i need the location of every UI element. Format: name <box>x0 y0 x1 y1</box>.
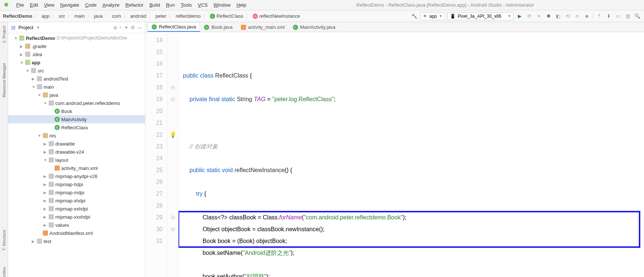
breadcrumb-item[interactable]: ReflectDemo <box>3 13 32 19</box>
editor-tab[interactable]: activity_main.xml <box>237 22 289 32</box>
menu-build[interactable]: Build <box>146 1 163 8</box>
menu-run[interactable]: Run <box>163 1 178 8</box>
editor-tab[interactable]: CReflectClass.java <box>148 22 200 32</box>
search-icon[interactable]: 🔍 <box>634 13 641 20</box>
line-number[interactable]: 30 <box>145 223 163 235</box>
tree-item[interactable]: ▶mipmap-anydpi-v26 <box>8 172 145 180</box>
line-number[interactable]: 21 <box>145 117 163 129</box>
tree-item[interactable]: ▼app <box>8 58 145 66</box>
tree-arrow-icon[interactable]: ▶ <box>32 239 35 243</box>
menu-view[interactable]: View <box>41 1 57 8</box>
tool-tab-structure[interactable]: 7: Structure <box>2 230 6 251</box>
attach-debugger-icon[interactable]: ⎋ <box>574 13 581 20</box>
apply-changes-icon[interactable]: ⟳ <box>526 13 533 20</box>
line-number[interactable]: 28 <box>145 200 163 212</box>
hide-icon[interactable]: — <box>137 25 142 30</box>
line-number[interactable]: 17 <box>145 70 163 82</box>
profile-icon[interactable]: ◧ <box>554 13 562 20</box>
line-number[interactable]: 22 <box>145 129 163 141</box>
line-number[interactable]: 26 <box>145 176 163 188</box>
tree-arrow-icon[interactable]: ▼ <box>14 36 18 40</box>
breadcrumb-item[interactable]: main <box>75 13 85 19</box>
tree-arrow-icon[interactable]: ▼ <box>38 93 41 97</box>
tree-item[interactable]: CMainActivity <box>8 115 145 123</box>
tree-item[interactable]: ▶values <box>8 221 145 229</box>
tree-item[interactable]: ▶test <box>8 237 145 245</box>
tree-arrow-icon[interactable]: ▼ <box>20 61 24 65</box>
tree-arrow-icon[interactable]: ▶ <box>44 142 47 146</box>
tree-item[interactable]: AndroidManifest.xml <box>8 229 145 237</box>
tree-arrow-icon[interactable]: ▶ <box>20 44 24 48</box>
tree-arrow-icon[interactable]: ▼ <box>38 134 41 138</box>
collapse-all-icon[interactable]: ✦ <box>124 25 128 30</box>
tree-item[interactable]: ▶.gradle <box>8 42 145 50</box>
breadcrumb-item[interactable]: reflectNewInstance <box>259 13 300 19</box>
tree-item[interactable]: CBook <box>8 107 145 115</box>
tree-arrow-icon[interactable]: ▶ <box>32 77 35 81</box>
scroll-from-source-icon[interactable]: ÷ <box>120 25 122 30</box>
tree-item[interactable]: ▼src <box>8 66 145 75</box>
tree-item[interactable]: activity_main.xml <box>8 164 145 172</box>
line-number[interactable]: 15 <box>145 46 163 58</box>
line-number[interactable]: 24 <box>145 153 163 164</box>
project-tree[interactable]: ▼ReflectDemo D:\Project\ASProject\DemoAl… <box>8 33 145 277</box>
tree-arrow-icon[interactable]: ▼ <box>44 101 47 105</box>
menu-edit[interactable]: Edit <box>27 1 41 8</box>
menu-vcs[interactable]: VCS <box>195 1 211 8</box>
line-number[interactable]: 29 <box>145 212 163 223</box>
tree-item[interactable]: ▼com.android.peter.reflectdemo <box>8 99 145 107</box>
tree-arrow-icon[interactable]: ▶ <box>44 182 47 187</box>
line-number[interactable]: 19 <box>145 93 163 105</box>
tree-arrow-icon[interactable]: ▶ <box>20 52 24 57</box>
coverage-icon[interactable]: ⟲ <box>564 13 571 20</box>
menu-file[interactable]: File <box>13 1 27 8</box>
sdk-icon[interactable]: ▥ <box>624 13 631 20</box>
breadcrumb-item[interactable]: java <box>94 13 103 19</box>
line-number[interactable]: 14 <box>145 34 163 46</box>
breadcrumb-item[interactable]: peter <box>156 13 167 19</box>
tool-tab-resource-manager[interactable]: Resource Manager <box>2 63 6 98</box>
editor-tab[interactable]: CBook.java <box>200 22 236 32</box>
breadcrumb-item[interactable]: reflectdemo <box>176 13 201 19</box>
tree-item[interactable]: ▶mipmap-xxhdpi <box>8 205 145 213</box>
lightbulb-icon[interactable]: 💡 <box>167 129 178 141</box>
tree-arrow-icon[interactable]: ▶ <box>44 223 47 227</box>
code-editor[interactable]: public class ReflectClass { private fina… <box>179 32 644 277</box>
tree-item[interactable]: CReflectClass <box>8 123 145 131</box>
run-icon[interactable]: ▶ <box>516 13 523 20</box>
breadcrumb-item[interactable]: src <box>59 13 65 19</box>
tree-item[interactable]: ▶.idea <box>8 50 145 58</box>
breadcrumb-item[interactable]: com <box>112 13 121 19</box>
menu-navigate[interactable]: Navigate <box>57 1 82 8</box>
tree-arrow-icon[interactable]: ▶ <box>44 191 47 195</box>
tree-arrow-icon[interactable]: ▶ <box>44 215 47 219</box>
tree-item[interactable]: ▼res <box>8 131 145 140</box>
menu-window[interactable]: Window <box>211 1 233 8</box>
tree-item[interactable]: ▶mipmap-xxxhdpi <box>8 213 145 221</box>
breadcrumb[interactable]: ReflectDemo〉app〉src〉main〉java〉com〉androi… <box>3 13 300 20</box>
tool-tab-project[interactable]: 1: Project <box>2 26 6 43</box>
menu-tools[interactable]: Tools <box>178 1 195 8</box>
tree-item[interactable]: ▶drawable <box>8 140 145 148</box>
line-number[interactable]: 27 <box>145 188 163 200</box>
git-icon[interactable]: ⇡ <box>595 13 603 20</box>
menu-analyze[interactable]: Analyze <box>100 1 122 8</box>
tree-arrow-icon[interactable]: ▼ <box>32 85 35 89</box>
select-opened-file-icon[interactable]: ⊕ <box>113 25 117 30</box>
tree-item[interactable]: ▼main <box>8 83 145 91</box>
menu-help[interactable]: Help <box>233 1 249 8</box>
tool-tab-favorites[interactable]: orites <box>2 267 6 277</box>
tree-arrow-icon[interactable]: ▼ <box>26 69 30 73</box>
line-number[interactable]: 25 <box>145 164 163 176</box>
tree-arrow-icon[interactable]: ▶ <box>44 207 47 211</box>
chevron-down-icon[interactable]: ▼ <box>36 25 40 30</box>
stop-icon[interactable]: ■ <box>583 13 591 20</box>
settings-gear-icon[interactable]: ⚙ <box>131 25 135 30</box>
line-number[interactable]: 18 <box>145 82 163 93</box>
breadcrumb-item[interactable]: ReflectClass <box>217 13 243 19</box>
line-number[interactable]: 16 <box>145 58 163 70</box>
run-config-selector[interactable]: app ▼ <box>420 12 445 20</box>
line-number[interactable]: 20 <box>145 105 163 117</box>
tree-item[interactable]: ▶androidTest <box>8 75 145 83</box>
device-selector[interactable]: 📱 Pixel_3a_API_30_x86 ▼ <box>447 12 514 20</box>
